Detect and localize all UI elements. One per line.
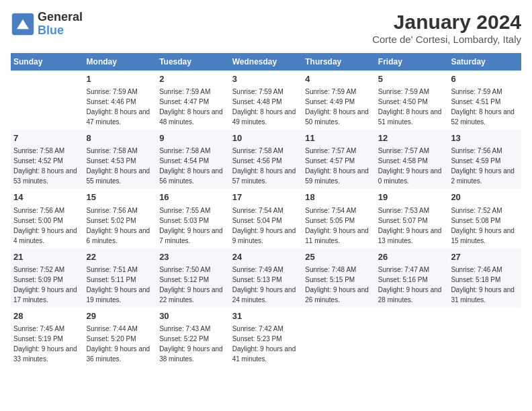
calendar-cell: 1Sunrise: 7:59 AMSunset: 4:46 PMDaylight… xyxy=(84,71,157,130)
calendar-cell: 30Sunrise: 7:43 AMSunset: 5:22 PMDayligh… xyxy=(157,308,230,367)
calendar-cell: 20Sunrise: 7:52 AMSunset: 5:08 PMDayligh… xyxy=(448,189,521,248)
week-row-4: 28Sunrise: 7:45 AMSunset: 5:19 PMDayligh… xyxy=(11,308,521,367)
logo-line1: General xyxy=(38,11,83,24)
cell-details: Sunrise: 7:55 AMSunset: 5:03 PMDaylight:… xyxy=(159,205,227,246)
cell-details: Sunrise: 7:54 AMSunset: 5:05 PMDaylight:… xyxy=(305,205,373,246)
cell-details: Sunrise: 7:50 AMSunset: 5:12 PMDaylight:… xyxy=(159,265,227,305)
day-number: 23 xyxy=(159,251,227,263)
calendar-cell: 27Sunrise: 7:46 AMSunset: 5:18 PMDayligh… xyxy=(448,248,521,308)
day-number: 22 xyxy=(87,251,154,263)
week-row-1: 7Sunrise: 7:58 AMSunset: 4:52 PMDaylight… xyxy=(11,130,521,189)
cell-details: Sunrise: 7:58 AMSunset: 4:52 PMDaylight:… xyxy=(13,146,81,186)
cell-details: Sunrise: 7:56 AMSunset: 5:02 PMDaylight:… xyxy=(87,205,154,246)
logo-icon xyxy=(11,12,35,36)
calendar-cell: 18Sunrise: 7:54 AMSunset: 5:05 PMDayligh… xyxy=(302,189,375,248)
calendar-body: 1Sunrise: 7:59 AMSunset: 4:46 PMDaylight… xyxy=(11,71,521,367)
header-row: SundayMondayTuesdayWednesdayThursdayFrid… xyxy=(11,53,521,71)
cell-details: Sunrise: 7:59 AMSunset: 4:47 PMDaylight:… xyxy=(159,87,227,127)
cell-details: Sunrise: 7:57 AMSunset: 4:57 PMDaylight:… xyxy=(305,146,373,186)
calendar-cell: 12Sunrise: 7:57 AMSunset: 4:58 PMDayligh… xyxy=(375,130,449,189)
cell-details: Sunrise: 7:59 AMSunset: 4:46 PMDaylight:… xyxy=(87,87,154,127)
cell-details: Sunrise: 7:52 AMSunset: 5:09 PMDaylight:… xyxy=(13,265,81,305)
calendar-cell: 2Sunrise: 7:59 AMSunset: 4:47 PMDaylight… xyxy=(157,71,230,130)
cell-details: Sunrise: 7:51 AMSunset: 5:11 PMDaylight:… xyxy=(87,265,154,305)
calendar-cell: 7Sunrise: 7:58 AMSunset: 4:52 PMDaylight… xyxy=(11,130,84,189)
day-number: 10 xyxy=(232,132,300,144)
cell-details: Sunrise: 7:58 AMSunset: 4:56 PMDaylight:… xyxy=(232,146,300,186)
cell-details: Sunrise: 7:57 AMSunset: 4:58 PMDaylight:… xyxy=(378,146,446,186)
calendar-cell xyxy=(375,308,449,367)
cell-details: Sunrise: 7:49 AMSunset: 5:13 PMDaylight:… xyxy=(232,265,300,305)
calendar-cell: 22Sunrise: 7:51 AMSunset: 5:11 PMDayligh… xyxy=(84,248,157,308)
calendar-cell: 21Sunrise: 7:52 AMSunset: 5:09 PMDayligh… xyxy=(11,248,84,308)
calendar-cell xyxy=(302,308,375,367)
calendar-table: SundayMondayTuesdayWednesdayThursdayFrid… xyxy=(11,53,521,367)
cell-details: Sunrise: 7:52 AMSunset: 5:08 PMDaylight:… xyxy=(451,205,519,246)
calendar-cell: 23Sunrise: 7:50 AMSunset: 5:12 PMDayligh… xyxy=(157,248,230,308)
calendar-cell: 26Sunrise: 7:47 AMSunset: 5:16 PMDayligh… xyxy=(375,248,449,308)
logo: General Blue xyxy=(11,11,83,38)
page-subtitle: Corte de' Cortesi, Lombardy, Italy xyxy=(372,34,521,45)
calendar-header: SundayMondayTuesdayWednesdayThursdayFrid… xyxy=(11,53,521,71)
calendar-cell: 5Sunrise: 7:59 AMSunset: 4:50 PMDaylight… xyxy=(375,71,449,130)
header-cell-sunday: Sunday xyxy=(11,53,84,71)
day-number: 6 xyxy=(451,73,519,85)
page-title: January 2024 xyxy=(372,11,521,34)
week-row-0: 1Sunrise: 7:59 AMSunset: 4:46 PMDaylight… xyxy=(11,71,521,130)
calendar-cell: 25Sunrise: 7:48 AMSunset: 5:15 PMDayligh… xyxy=(302,248,375,308)
day-number: 13 xyxy=(451,132,519,144)
calendar-cell: 15Sunrise: 7:56 AMSunset: 5:02 PMDayligh… xyxy=(84,189,157,248)
calendar-cell: 28Sunrise: 7:45 AMSunset: 5:19 PMDayligh… xyxy=(11,308,84,367)
cell-details: Sunrise: 7:59 AMSunset: 4:50 PMDaylight:… xyxy=(378,87,446,127)
day-number: 3 xyxy=(232,73,300,85)
calendar-cell: 24Sunrise: 7:49 AMSunset: 5:13 PMDayligh… xyxy=(230,248,303,308)
title-block: January 2024 Corte de' Cortesi, Lombardy… xyxy=(372,11,521,45)
calendar-cell: 13Sunrise: 7:56 AMSunset: 4:59 PMDayligh… xyxy=(448,130,521,189)
cell-details: Sunrise: 7:43 AMSunset: 5:22 PMDaylight:… xyxy=(159,324,227,364)
logo-line2: Blue xyxy=(38,24,83,38)
header-cell-tuesday: Tuesday xyxy=(157,53,230,71)
day-number: 9 xyxy=(159,132,227,144)
cell-details: Sunrise: 7:48 AMSunset: 5:15 PMDaylight:… xyxy=(305,265,373,305)
cell-details: Sunrise: 7:59 AMSunset: 4:48 PMDaylight:… xyxy=(232,87,300,127)
week-row-2: 14Sunrise: 7:56 AMSunset: 5:00 PMDayligh… xyxy=(11,189,521,248)
cell-details: Sunrise: 7:42 AMSunset: 5:23 PMDaylight:… xyxy=(232,324,300,364)
cell-details: Sunrise: 7:59 AMSunset: 4:51 PMDaylight:… xyxy=(451,87,519,127)
day-number: 14 xyxy=(13,191,81,203)
calendar-cell: 19Sunrise: 7:53 AMSunset: 5:07 PMDayligh… xyxy=(375,189,449,248)
day-number: 17 xyxy=(232,191,300,203)
day-number: 30 xyxy=(159,310,227,322)
day-number: 18 xyxy=(305,191,373,203)
cell-details: Sunrise: 7:58 AMSunset: 4:53 PMDaylight:… xyxy=(87,146,154,186)
cell-details: Sunrise: 7:56 AMSunset: 5:00 PMDaylight:… xyxy=(13,205,81,246)
header-cell-monday: Monday xyxy=(84,53,157,71)
calendar-cell: 14Sunrise: 7:56 AMSunset: 5:00 PMDayligh… xyxy=(11,189,84,248)
cell-details: Sunrise: 7:56 AMSunset: 4:59 PMDaylight:… xyxy=(451,146,519,186)
day-number: 25 xyxy=(305,251,373,263)
day-number: 27 xyxy=(451,251,519,263)
day-number: 5 xyxy=(378,73,446,85)
cell-details: Sunrise: 7:53 AMSunset: 5:07 PMDaylight:… xyxy=(378,205,446,246)
cell-details: Sunrise: 7:58 AMSunset: 4:54 PMDaylight:… xyxy=(159,146,227,186)
calendar-cell: 29Sunrise: 7:44 AMSunset: 5:20 PMDayligh… xyxy=(84,308,157,367)
calendar-cell: 11Sunrise: 7:57 AMSunset: 4:57 PMDayligh… xyxy=(302,130,375,189)
calendar-cell: 6Sunrise: 7:59 AMSunset: 4:51 PMDaylight… xyxy=(448,71,521,130)
calendar-cell: 4Sunrise: 7:59 AMSunset: 4:49 PMDaylight… xyxy=(302,71,375,130)
day-number: 1 xyxy=(87,73,154,85)
calendar-cell: 9Sunrise: 7:58 AMSunset: 4:54 PMDaylight… xyxy=(157,130,230,189)
week-row-3: 21Sunrise: 7:52 AMSunset: 5:09 PMDayligh… xyxy=(11,248,521,308)
cell-details: Sunrise: 7:44 AMSunset: 5:20 PMDaylight:… xyxy=(87,324,154,364)
day-number: 20 xyxy=(451,191,519,203)
day-number: 16 xyxy=(159,191,227,203)
day-number: 28 xyxy=(13,310,81,322)
day-number: 29 xyxy=(87,310,154,322)
header-cell-friday: Friday xyxy=(375,53,449,71)
calendar-cell: 31Sunrise: 7:42 AMSunset: 5:23 PMDayligh… xyxy=(230,308,303,367)
day-number: 19 xyxy=(378,191,446,203)
calendar-cell: 3Sunrise: 7:59 AMSunset: 4:48 PMDaylight… xyxy=(230,71,303,130)
day-number: 2 xyxy=(159,73,227,85)
cell-details: Sunrise: 7:54 AMSunset: 5:04 PMDaylight:… xyxy=(232,205,300,246)
day-number: 7 xyxy=(13,132,81,144)
cell-details: Sunrise: 7:47 AMSunset: 5:16 PMDaylight:… xyxy=(378,265,446,305)
day-number: 24 xyxy=(232,251,300,263)
